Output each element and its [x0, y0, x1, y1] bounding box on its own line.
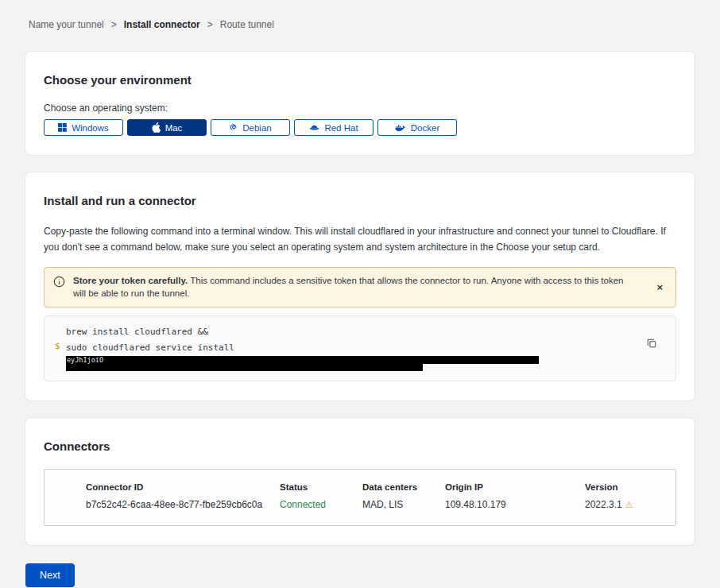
- os-button-mac[interactable]: Mac: [127, 119, 207, 136]
- install-card-title: Install and run a connector: [44, 194, 676, 207]
- environment-card: Choose your environment Choose an operat…: [25, 51, 695, 156]
- docker-icon: [395, 123, 406, 132]
- redacted-token-bar: [66, 364, 423, 371]
- install-description: Copy-paste the following command into a …: [44, 223, 676, 256]
- os-button-redhat[interactable]: Red Hat: [294, 119, 374, 136]
- data-centers-cell: MAD, LIS: [362, 499, 445, 510]
- version-value: 2022.3.1: [585, 499, 622, 510]
- connectors-table: Connector ID Status Data centers Origin …: [44, 469, 676, 526]
- code-line-1: brew install cloudflared &&: [66, 324, 642, 340]
- windows-icon: [58, 123, 67, 132]
- column-header-version: Version: [585, 482, 675, 492]
- os-button-group: Windows Mac Debian: [44, 119, 676, 136]
- os-button-debian[interactable]: Debian: [211, 119, 290, 136]
- token-warning-alert: Store your token carefully. This command…: [44, 267, 676, 308]
- breadcrumb-step-route-tunnel[interactable]: Route tunnel: [220, 19, 274, 30]
- breadcrumb-step-name-tunnel[interactable]: Name your tunnel: [29, 19, 104, 30]
- connectors-card: Connectors Connector ID Status Data cent…: [25, 417, 695, 546]
- connectors-card-title: Connectors: [44, 439, 676, 453]
- environment-card-title: Choose your environment: [44, 73, 676, 87]
- os-button-docker[interactable]: Docker: [377, 119, 457, 136]
- redacted-token-bar: eyJhIjoiO: [66, 356, 539, 364]
- os-button-windows[interactable]: Windows: [44, 119, 123, 136]
- column-header-connector-id: Connector ID: [86, 482, 280, 492]
- apple-icon: [152, 122, 161, 133]
- os-button-label: Docker: [411, 123, 439, 133]
- os-button-label: Mac: [165, 123, 183, 133]
- breadcrumb-step-install-connector[interactable]: Install connector: [124, 19, 200, 30]
- os-button-label: Red Hat: [324, 123, 358, 133]
- breadcrumb: Name your tunnel > Install connector > R…: [0, 0, 720, 51]
- redhat-icon: [309, 124, 319, 131]
- breadcrumb-separator: >: [111, 19, 117, 30]
- os-button-label: Debian: [242, 123, 271, 133]
- token-prefix: eyJhIjoiO: [67, 356, 103, 364]
- debian-icon: [229, 123, 238, 132]
- alert-text: Store your token carefully. This command…: [73, 274, 645, 300]
- version-warning-icon: ⚠: [625, 501, 633, 509]
- breadcrumb-separator: >: [207, 19, 213, 30]
- code-line-2: sudo cloudflared service install: [66, 340, 642, 356]
- shell-prompt: $: [55, 341, 60, 351]
- version-cell: 2022.3.1 ⚠: [585, 499, 675, 510]
- info-icon: [53, 276, 65, 292]
- copy-icon[interactable]: [645, 337, 658, 352]
- column-header-status: Status: [280, 482, 362, 492]
- connector-id-cell: b7c52c42-6caa-48ee-8c77-fbe259cb6c0a: [86, 499, 280, 510]
- os-select-label: Choose an operating system:: [44, 103, 676, 114]
- column-header-origin-ip: Origin IP: [445, 482, 585, 492]
- origin-ip-cell: 109.48.10.179: [445, 499, 585, 510]
- close-icon[interactable]: ×: [653, 280, 666, 294]
- column-header-data-centers: Data centers: [362, 482, 445, 492]
- status-badge: Connected: [280, 499, 362, 510]
- alert-text-bold: Store your token carefully.: [73, 276, 188, 285]
- install-card: Install and run a connector Copy-paste t…: [25, 172, 695, 401]
- next-button[interactable]: Next: [25, 563, 75, 587]
- os-button-label: Windows: [72, 123, 109, 133]
- install-command-block: $ brew install cloudflared && sudo cloud…: [44, 315, 676, 381]
